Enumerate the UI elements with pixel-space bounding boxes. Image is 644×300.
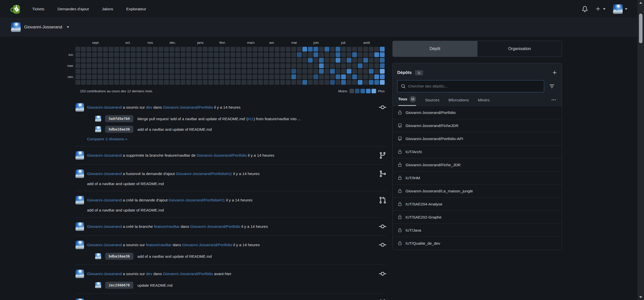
feed-link[interactable]: feature/navBar <box>146 243 172 247</box>
sidebar-tab-d-p-t[interactable]: Dépôt <box>393 41 477 57</box>
feed-link[interactable]: feature/navBar <box>154 224 180 229</box>
feed-link[interactable]: Giovanni-Josserand <box>87 172 122 176</box>
repo-filter-sources[interactable]: Sources <box>425 98 439 106</box>
commit-link[interactable]: #11 <box>248 117 254 121</box>
repo-row[interactable]: Giovanni-Josserand/Portfolio-API <box>393 132 562 145</box>
feed-link[interactable]: Giovanni-Josserand <box>87 198 122 202</box>
heatmap-cell <box>208 69 213 74</box>
heatmap-cell <box>286 69 291 74</box>
nav-item-demandes-d-ajout[interactable]: Demandes d'ajout <box>58 7 89 11</box>
feed-link[interactable]: dev <box>146 272 152 276</box>
commit-sha-badge[interactable]: bdba10ae36 <box>105 253 133 260</box>
commit-sha-badge[interactable]: bdba10ae36 <box>105 126 133 133</box>
feed-link[interactable]: Giovanni-Josserand/Portfolio#11 <box>169 198 225 202</box>
heatmap-cell <box>230 63 235 68</box>
page-scrollbar[interactable] <box>637 0 644 300</box>
repo-filter-tous[interactable]: Tous11 <box>398 96 416 106</box>
feed-text: a soumis sur <box>122 243 146 247</box>
actor-avatar[interactable] <box>75 103 84 112</box>
repo-row[interactable]: IUT/Java <box>393 224 562 237</box>
filter-icon[interactable] <box>547 81 557 92</box>
feed-link[interactable]: Giovanni-Josserand <box>87 272 122 276</box>
feed-link[interactable]: Giovanni-Josserand/Portfolio <box>190 224 240 229</box>
actor-avatar[interactable] <box>75 196 84 204</box>
repo-row[interactable]: IUT/IHM <box>393 171 562 184</box>
heatmap-cell <box>302 52 307 57</box>
heatmap-cell <box>275 80 279 85</box>
heatmap-cell <box>142 47 147 52</box>
repo-filter-miroirs[interactable]: Miroirs <box>478 98 490 106</box>
commit-message: add of a navBar and update of README.md <box>137 127 212 132</box>
feed-link[interactable]: Giovanni-Josserand/Portfolio <box>163 105 213 109</box>
nav-item-jalons[interactable]: Jalons <box>102 7 113 11</box>
gitea-logo-icon[interactable] <box>10 3 22 15</box>
feed-link[interactable]: Giovanni-Josserand <box>87 153 122 157</box>
repo-row[interactable]: Giovanni-Josserand/Fiche_JDR <box>393 158 562 171</box>
feed-link[interactable]: Giovanni-Josserand/Portfolio <box>182 243 232 247</box>
more-filters-icon[interactable] <box>551 97 556 106</box>
feed-link[interactable]: dev <box>146 105 152 109</box>
repo-search-input[interactable] <box>408 84 540 89</box>
repo-row[interactable]: Giovanni-Josserand/La_maison_jungle <box>393 184 562 197</box>
heatmap-cell <box>275 47 279 52</box>
actor-avatar[interactable] <box>75 222 84 231</box>
repo-row[interactable]: Giovanni-Josserand/FicheJDR <box>393 119 562 132</box>
feed-link[interactable]: Giovanni-Josserand <box>87 105 122 109</box>
compare-revisions-link[interactable]: Comparer 2 révisions » <box>87 137 127 141</box>
heatmap-cell <box>147 58 152 63</box>
actor-avatar[interactable] <box>75 298 84 300</box>
heatmap-cell <box>136 58 141 63</box>
heatmap-cell <box>336 47 340 52</box>
repo-row[interactable]: Giovanni-Josserand/Portfolio <box>393 106 562 119</box>
heatmap-cell <box>81 74 86 79</box>
scrollbar-thumb[interactable] <box>639 14 642 43</box>
heatmap-cell <box>170 63 174 68</box>
heatmap-month-label: févr. <box>219 41 226 45</box>
repo-row[interactable]: IUT/Qualite_de_dev <box>393 237 562 250</box>
lock-icon <box>398 150 402 154</box>
actor-avatar[interactable] <box>75 241 84 249</box>
feed-text: il y a 14 heures <box>247 153 274 157</box>
heatmap-cell <box>81 47 86 52</box>
repo-row[interactable]: IUT/SAE202-Graphe <box>393 210 562 224</box>
feed-link[interactable]: Giovanni-Josserand/Portfolio <box>197 153 247 157</box>
chevron-down-icon[interactable] <box>67 26 69 28</box>
heatmap-cell <box>319 47 324 52</box>
nav-item-tickets[interactable]: Tickets <box>32 7 45 11</box>
sidebar-tab-organisation[interactable]: Organisation <box>477 41 562 57</box>
commit-sha-badge[interactable]: 2ec2960678 <box>105 282 133 289</box>
feed-text: a créé la demande d'ajout <box>122 198 169 202</box>
scroll-down-arrow-icon[interactable] <box>639 296 642 298</box>
heatmap-cell <box>103 58 108 63</box>
notifications-bell-icon[interactable] <box>582 6 588 12</box>
heatmap-cell <box>147 69 152 74</box>
feed-text: il y a 14 heures <box>213 105 240 109</box>
repo-row[interactable]: IUT/SAE204-Analyse <box>393 197 562 210</box>
contribution-summary: 153 contributions au cours des 12 dernie… <box>80 89 152 93</box>
git-pull-request-icon <box>379 196 386 204</box>
actor-avatar[interactable] <box>75 151 84 160</box>
repo-count-badge: 11 <box>415 70 423 75</box>
feed-link[interactable]: Giovanni-Josserand/Portfolio#11 <box>176 172 232 176</box>
scroll-up-arrow-icon[interactable] <box>639 2 642 4</box>
actor-avatar[interactable] <box>75 270 84 278</box>
new-repo-button[interactable] <box>552 70 557 75</box>
heatmap-cell <box>363 58 368 63</box>
repo-filter-bifurcations[interactable]: Bifurcations <box>449 98 469 106</box>
heatmap-cell <box>347 52 351 57</box>
user-menu-dropdown[interactable] <box>613 4 627 14</box>
repo-filter-label: Bifurcations <box>449 98 469 102</box>
nav-item-explorateur[interactable]: Explorateur <box>126 7 146 11</box>
create-new-dropdown[interactable] <box>595 6 606 12</box>
actor-avatar[interactable] <box>75 169 84 178</box>
repo-row[interactable]: IUT/Archi <box>393 145 562 158</box>
context-user-name[interactable]: Giovanni-Josserand <box>24 25 62 30</box>
heatmap-cell <box>347 69 351 74</box>
commit-sha-badge[interactable]: 5e8fd5e7b9 <box>105 115 133 122</box>
top-navbar: TicketsDemandes d'ajoutJalonsExplorateur <box>0 0 644 18</box>
feed-link[interactable]: Giovanni-Josserand <box>87 224 122 229</box>
feed-link[interactable]: Giovanni-Josserand <box>87 243 122 247</box>
heatmap-cell <box>214 69 219 74</box>
feed-link[interactable]: Giovanni-Josserand/Portfolio <box>163 272 213 276</box>
heatmap-cell <box>164 52 169 57</box>
